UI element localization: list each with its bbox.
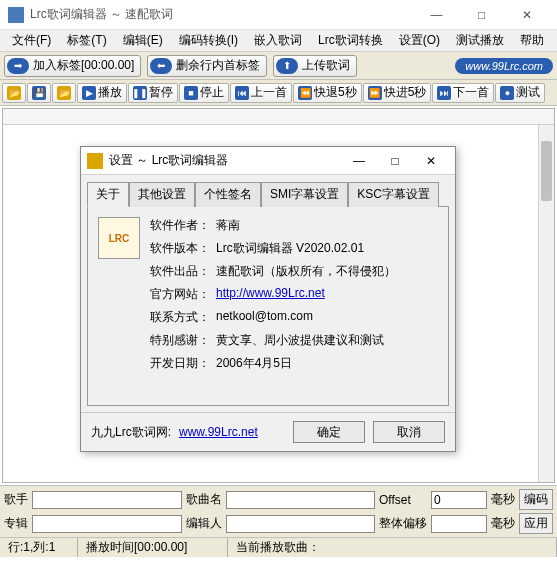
singer-input[interactable] bbox=[32, 491, 182, 509]
play-time: 播放时间[00:00.00] bbox=[78, 538, 228, 557]
menu-item-1[interactable]: 标签(T) bbox=[59, 30, 114, 51]
about-key: 联系方式： bbox=[150, 309, 210, 326]
metadata-fields: 歌手 歌曲名 Offset 毫秒 编码 专辑 编辑人 整体偏移 毫秒 应用 bbox=[0, 485, 557, 537]
toolbar-button-快退5秒[interactable]: ⏪快退5秒 bbox=[293, 83, 362, 103]
toolbar-button-暂停[interactable]: ❚❚暂停 bbox=[128, 83, 178, 103]
toolbar-button-label: 暂停 bbox=[149, 84, 173, 101]
toolbar-button-下一首[interactable]: ⏭下一首 bbox=[432, 83, 494, 103]
toolbar-icon: ❚❚ bbox=[133, 86, 147, 100]
tab-1[interactable]: 其他设置 bbox=[129, 182, 195, 207]
toolbar-icon: 📂 bbox=[7, 86, 21, 100]
album-label: 专辑 bbox=[4, 515, 28, 532]
song-label: 歌曲名 bbox=[186, 491, 222, 508]
editor-person-input[interactable] bbox=[226, 515, 376, 533]
toolbar-icon: ⏪ bbox=[298, 86, 312, 100]
toolbar-icon: 💾 bbox=[32, 86, 46, 100]
about-row: 软件出品：速配歌词（版权所有，不得侵犯） bbox=[150, 263, 396, 280]
menu-item-6[interactable]: 设置(O) bbox=[391, 30, 448, 51]
menu-item-2[interactable]: 编辑(E) bbox=[115, 30, 171, 51]
bottom-link[interactable]: www.99Lrc.net bbox=[179, 425, 258, 439]
lrc-file-icon: LRC bbox=[98, 217, 140, 259]
about-key: 软件出品： bbox=[150, 263, 210, 280]
dialog-close-button[interactable]: ✕ bbox=[413, 149, 449, 173]
cancel-button[interactable]: 取消 bbox=[373, 421, 445, 443]
about-value: Lrc歌词编辑器 V2020.02.01 bbox=[216, 240, 364, 257]
add-tag-button[interactable]: ➡ 加入标签[00:00.00] bbox=[4, 55, 141, 77]
dialog-tabs: 关于其他设置个性签名SMI字幕设置KSC字幕设置 bbox=[81, 175, 455, 206]
menu-item-5[interactable]: Lrc歌词转换 bbox=[310, 30, 391, 51]
about-row: 软件版本：Lrc歌词编辑器 V2020.02.01 bbox=[150, 240, 396, 257]
tab-3[interactable]: SMI字幕设置 bbox=[261, 182, 348, 207]
toolbar-button-2[interactable]: 📂 bbox=[52, 83, 76, 103]
toolbar-button-0[interactable]: 📂 bbox=[2, 83, 26, 103]
maximize-button[interactable]: □ bbox=[459, 0, 504, 30]
arrow-left-icon: ⬅ bbox=[150, 58, 172, 74]
global-offset-input[interactable] bbox=[431, 515, 487, 533]
scroll-thumb[interactable] bbox=[541, 141, 552, 201]
toolbar-button-label: 下一首 bbox=[453, 84, 489, 101]
about-value: 黄文享、周小波提供建议和测试 bbox=[216, 332, 384, 349]
menu-item-4[interactable]: 嵌入歌词 bbox=[246, 30, 310, 51]
toolbar-button-测试[interactable]: ●测试 bbox=[495, 83, 545, 103]
arrow-up-icon: ⬆ bbox=[276, 58, 298, 74]
about-panel: LRC 软件作者：蒋南软件版本：Lrc歌词编辑器 V2020.02.01软件出品… bbox=[87, 206, 449, 406]
about-row: 开发日期：2006年4月5日 bbox=[150, 355, 396, 372]
about-key: 软件版本： bbox=[150, 240, 210, 257]
about-row: 联系方式：netkool@tom.com bbox=[150, 309, 396, 326]
toolbar-button-停止[interactable]: ■停止 bbox=[179, 83, 229, 103]
delete-first-tag-label: 删余行内首标签 bbox=[176, 57, 260, 74]
minimize-button[interactable]: — bbox=[414, 0, 459, 30]
apply-offset-button[interactable]: 应用 bbox=[519, 513, 553, 534]
toolbar-icon: ▶ bbox=[82, 86, 96, 100]
song-input[interactable] bbox=[226, 491, 376, 509]
about-row: 软件作者：蒋南 bbox=[150, 217, 396, 234]
about-key: 软件作者： bbox=[150, 217, 210, 234]
cursor-position: 行:1,列:1 bbox=[0, 538, 78, 557]
arrow-right-icon: ➡ bbox=[7, 58, 29, 74]
toolbar-button-1[interactable]: 💾 bbox=[27, 83, 51, 103]
toolbar-icon: ■ bbox=[184, 86, 198, 100]
about-value: 蒋南 bbox=[216, 217, 240, 234]
about-link[interactable]: http://www.99Lrc.net bbox=[216, 286, 325, 303]
settings-dialog: 设置 ～ Lrc歌词编辑器 — □ ✕ 关于其他设置个性签名SMI字幕设置KSC… bbox=[80, 146, 456, 452]
toolbar-icon: ● bbox=[500, 86, 514, 100]
toolbar-secondary: 📂💾📂▶播放❚❚暂停■停止⏮上一首⏪快退5秒⏩快进5秒⏭下一首●测试 bbox=[0, 80, 557, 106]
window-buttons: — □ ✕ bbox=[414, 0, 549, 30]
website-logo-button[interactable]: www.99Lrc.com bbox=[455, 58, 553, 74]
menu-item-7[interactable]: 测试播放 bbox=[448, 30, 512, 51]
tab-0[interactable]: 关于 bbox=[87, 182, 129, 207]
about-key: 开发日期： bbox=[150, 355, 210, 372]
menu-item-0[interactable]: 文件(F) bbox=[4, 30, 59, 51]
toolbar-button-label: 快退5秒 bbox=[314, 84, 357, 101]
about-value: 2006年4月5日 bbox=[216, 355, 292, 372]
toolbar-button-播放[interactable]: ▶播放 bbox=[77, 83, 127, 103]
offset-unit: 毫秒 bbox=[491, 491, 515, 508]
delete-first-tag-button[interactable]: ⬅ 删余行内首标签 bbox=[147, 55, 267, 77]
toolbar-button-快进5秒[interactable]: ⏩快进5秒 bbox=[363, 83, 432, 103]
dialog-bottom-bar: 九九Lrc歌词网: www.99Lrc.net 确定 取消 bbox=[81, 412, 455, 451]
global-offset-unit: 毫秒 bbox=[491, 515, 515, 532]
tab-4[interactable]: KSC字幕设置 bbox=[348, 182, 439, 207]
about-rows: 软件作者：蒋南软件版本：Lrc歌词编辑器 V2020.02.01软件出品：速配歌… bbox=[150, 217, 396, 372]
offset-input[interactable] bbox=[431, 491, 487, 509]
vertical-scrollbar[interactable] bbox=[538, 125, 554, 482]
dialog-minimize-button[interactable]: — bbox=[341, 149, 377, 173]
album-input[interactable] bbox=[32, 515, 182, 533]
dialog-icon bbox=[87, 153, 103, 169]
menu-item-3[interactable]: 编码转换(I) bbox=[171, 30, 246, 51]
toolbar-icon: ⏭ bbox=[437, 86, 451, 100]
toolbar-button-上一首[interactable]: ⏮上一首 bbox=[230, 83, 292, 103]
ok-button[interactable]: 确定 bbox=[293, 421, 365, 443]
main-titlebar: Lrc歌词编辑器 ～ 速配歌词 — □ ✕ bbox=[0, 0, 557, 30]
toolbar-icon: 📂 bbox=[57, 86, 71, 100]
dialog-maximize-button[interactable]: □ bbox=[377, 149, 413, 173]
toolbar-button-label: 快进5秒 bbox=[384, 84, 427, 101]
toolbar-button-label: 测试 bbox=[516, 84, 540, 101]
singer-label: 歌手 bbox=[4, 491, 28, 508]
upload-lyrics-button[interactable]: ⬆ 上传歌词 bbox=[273, 55, 357, 77]
global-offset-label: 整体偏移 bbox=[379, 515, 427, 532]
encoding-button[interactable]: 编码 bbox=[519, 489, 553, 510]
menu-item-8[interactable]: 帮助 bbox=[512, 30, 552, 51]
close-button[interactable]: ✕ bbox=[504, 0, 549, 30]
tab-2[interactable]: 个性签名 bbox=[195, 182, 261, 207]
